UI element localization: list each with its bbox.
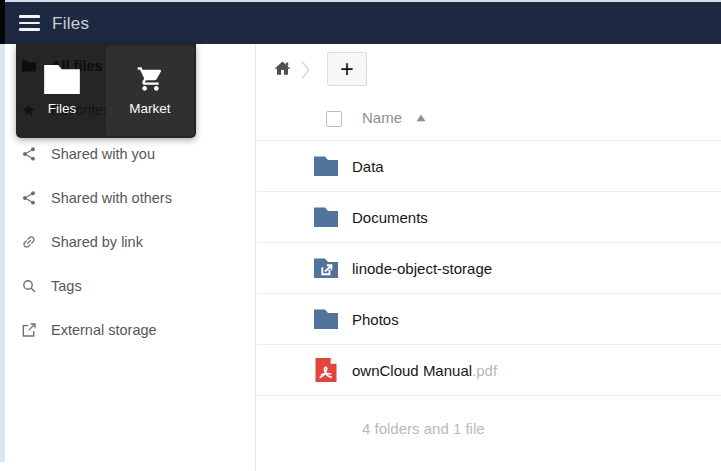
magnifier-icon [20, 278, 37, 295]
app-menu-button[interactable] [19, 15, 40, 32]
sidebar-item-label: Shared with you [51, 146, 155, 162]
sidebar-item-shared-with-you[interactable]: Shared with you [5, 132, 255, 176]
select-all-checkbox[interactable] [326, 111, 342, 127]
external-link-icon [20, 322, 37, 339]
table-row-documents[interactable]: Documents [257, 192, 721, 243]
file-name: ownCloud Manual.pdf [352, 362, 497, 379]
table-row-owncloud-manual[interactable]: ownCloud Manual.pdf [257, 345, 721, 396]
blue-folder-icon [310, 303, 342, 335]
window-edge-top [0, 0, 721, 2]
table-row-data[interactable]: Data [257, 141, 721, 192]
external-folder-icon [310, 252, 342, 284]
app-menu-item-files[interactable]: Files [18, 46, 106, 136]
app-menu-item-market[interactable]: Market [106, 46, 194, 136]
file-list: DataDocumentslinode-object-storagePhotos… [257, 141, 721, 396]
table-row-photos[interactable]: Photos [257, 294, 721, 345]
sidebar-item-label: External storage [51, 322, 157, 338]
shopping-cart-icon [135, 63, 166, 95]
sidebar-item-external-storage[interactable]: External storage [5, 308, 255, 352]
sort-ascending-icon [416, 114, 426, 122]
sidebar-item-tags[interactable]: Tags [5, 264, 255, 308]
chevron-right-icon [298, 57, 312, 87]
white-folder-icon [44, 63, 80, 95]
table-row-linode-object-storage[interactable]: linode-object-storage [257, 243, 721, 294]
file-name: linode-object-storage [352, 260, 492, 277]
sidebar-item-shared-with-others[interactable]: Shared with others [5, 176, 255, 220]
sidebar-item-shared-by-link[interactable]: Shared by link [5, 220, 255, 264]
window-edge-left [0, 0, 5, 471]
owncloud-files-app: Files All filesFavoritesShared with youS… [0, 0, 721, 471]
file-name: Photos [352, 311, 399, 328]
share-icon [20, 146, 37, 163]
column-header-name-label: Name [362, 109, 402, 126]
app-menu-item-label: Market [129, 101, 170, 116]
share-icon [20, 190, 37, 207]
app-menu-item-label: Files [48, 101, 77, 116]
file-name: Data [352, 158, 384, 175]
column-header-name[interactable]: Name [362, 109, 426, 126]
file-count-summary: 4 folders and 1 file [257, 396, 721, 437]
blue-folder-icon [310, 201, 342, 233]
new-file-button[interactable]: + [327, 52, 367, 86]
file-extension: .pdf [472, 362, 497, 379]
topbar: Files [0, 2, 721, 44]
blue-folder-icon [310, 150, 342, 182]
controls-bar: + [257, 44, 721, 96]
hamburger-icon [19, 15, 40, 31]
sidebar-item-label: Shared with others [51, 190, 172, 206]
home-breadcrumb-button[interactable] [273, 59, 292, 81]
link-icon [20, 234, 37, 251]
table-header: Name [257, 96, 721, 141]
app-menu-popup: FilesMarket [16, 44, 196, 138]
sidebar-item-label: Shared by link [51, 234, 143, 250]
file-name: Documents [352, 209, 428, 226]
pdf-icon [310, 354, 342, 386]
sidebar-item-label: Tags [51, 278, 82, 294]
file-table: Name DataDocumentslinode-object-storageP… [257, 96, 721, 437]
file-manager-main: + Name DataDocumentslinode-object-storag… [257, 44, 721, 471]
home-icon [273, 66, 292, 81]
app-title: Files [52, 14, 89, 34]
